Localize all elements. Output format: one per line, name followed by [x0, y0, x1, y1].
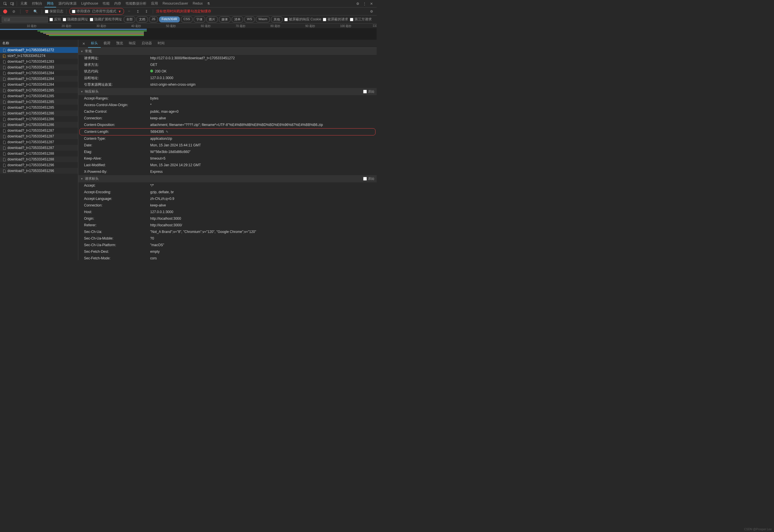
- request-row[interactable]: download?_t=1705333451286: [0, 116, 78, 122]
- file-icon: [2, 48, 6, 52]
- blocked-requests-checkbox[interactable]: 被屏蔽的请求: [323, 17, 348, 22]
- tab-应用[interactable]: 应用: [149, 0, 160, 7]
- tab-网络[interactable]: 网络: [45, 0, 56, 7]
- wifi-icon[interactable]: ⌔: [126, 9, 132, 14]
- type-pill-Fetch/XHR[interactable]: Fetch/XHR: [159, 16, 180, 22]
- filter-icon[interactable]: ▽: [24, 9, 30, 14]
- request-row[interactable]: download?_t=1705333451286: [0, 110, 78, 116]
- request-row[interactable]: download?_t=1705333451287: [0, 139, 78, 145]
- request-row[interactable]: download?_t=1705333451296: [0, 168, 78, 174]
- type-pill-文档[interactable]: 文档: [136, 16, 148, 22]
- tab-源代码/来源[interactable]: 源代码/来源: [56, 0, 79, 7]
- request-row[interactable]: download?_t=1705333451288: [0, 156, 78, 162]
- raw-checkbox[interactable]: 原始: [363, 177, 374, 181]
- request-row[interactable]: download?_t=1705333451284: [0, 82, 78, 87]
- type-pill-全部[interactable]: 全部: [124, 16, 135, 22]
- search-icon[interactable]: 🔍: [32, 9, 38, 14]
- type-pill-字体[interactable]: 字体: [194, 16, 205, 22]
- tab-元素[interactable]: 元素: [18, 0, 30, 7]
- header-key: 引荐来源网址政策:: [84, 82, 150, 87]
- request-name: download?_t=1705333451284: [7, 77, 54, 81]
- header-value: zh-CN,zh;q=0.9: [150, 196, 374, 202]
- timeline-overview[interactable]: 10 毫秒20 毫秒30 毫秒40 毫秒50 毫秒60 毫秒70 毫秒80 毫秒…: [0, 24, 376, 40]
- request-row[interactable]: download?_t=1705333451285: [0, 87, 78, 93]
- close-icon[interactable]: ✕: [368, 1, 374, 7]
- response-headers-section-header[interactable]: ▼响应标头原始: [78, 88, 376, 95]
- type-pill-媒体[interactable]: 媒体: [219, 16, 230, 22]
- tab-内存[interactable]: 内存: [112, 0, 123, 7]
- type-pill-Wasm[interactable]: Wasm: [256, 16, 270, 22]
- type-pill-图片[interactable]: 图片: [206, 16, 218, 22]
- type-pill-WS[interactable]: WS: [244, 16, 255, 22]
- request-row[interactable]: download?_t=1705333451287: [0, 133, 78, 139]
- third-party-checkbox[interactable]: 第三方请求: [350, 17, 372, 22]
- header-row: 引荐来源网址政策:strict-origin-when-cross-origin: [78, 81, 376, 88]
- header-key: 请求网址:: [84, 56, 150, 61]
- tab-ResourcesSaver[interactable]: ResourcesSaver: [160, 0, 190, 7]
- request-row[interactable]: download?_t=1705333451287: [0, 145, 78, 151]
- detail-tab-时间[interactable]: 时间: [155, 40, 167, 48]
- header-row: 状态代码:200 OK: [78, 68, 376, 75]
- tab-性能数据分析[interactable]: 性能数据分析: [123, 0, 149, 7]
- file-icon: [2, 117, 6, 121]
- request-headers-section-header[interactable]: ▼请求标头原始: [78, 175, 376, 182]
- network-settings-icon[interactable]: ⚙: [368, 9, 374, 14]
- invert-checkbox[interactable]: 反转: [49, 17, 61, 22]
- tab-性能[interactable]: 性能: [100, 0, 112, 7]
- request-row[interactable]: {}size?_t=1705333451274: [0, 53, 78, 59]
- tab-控制台[interactable]: 控制台: [30, 0, 45, 7]
- header-row: Sec-Ch-Ua:"Not_A Brand";v="8", "Chromium…: [78, 229, 376, 235]
- hide-ext-urls-checkbox[interactable]: 隐藏扩展程序网址: [90, 17, 122, 22]
- detail-tab-响应[interactable]: 响应: [126, 40, 139, 48]
- edit-icon[interactable]: ✎: [166, 130, 168, 133]
- name-column-header[interactable]: 名称: [0, 40, 78, 47]
- request-name: download?_t=1705333451285: [7, 88, 54, 92]
- disable-cache-checkbox[interactable]: 停用缓存: [72, 9, 90, 14]
- header-value: keep-alive: [150, 116, 374, 121]
- preserve-log-checkbox[interactable]: 保留日志: [45, 9, 63, 14]
- throttle-select[interactable]: 停用缓存 已停用节流模式 ▼: [69, 8, 124, 15]
- general-section-header[interactable]: ▼常规: [78, 48, 376, 55]
- download-icon[interactable]: ↧: [144, 9, 149, 14]
- request-row[interactable]: download?_t=1705333451284: [0, 70, 78, 76]
- more-icon[interactable]: ⋮: [362, 1, 367, 7]
- inspect-icon[interactable]: [2, 1, 8, 7]
- request-row[interactable]: download?_t=1705333451283: [0, 59, 78, 64]
- close-details-icon[interactable]: ✕: [80, 42, 87, 46]
- type-pill-JS[interactable]: JS: [149, 16, 158, 22]
- upload-icon[interactable]: ↥: [135, 9, 141, 14]
- request-row[interactable]: download?_t=1705333451288: [0, 151, 78, 156]
- tab-Lighthouse[interactable]: Lighthouse: [79, 0, 100, 7]
- header-value: application/zip: [150, 136, 374, 141]
- type-pill-清单[interactable]: 清单: [232, 16, 243, 22]
- timeline-tick: 110: [372, 24, 376, 27]
- request-row[interactable]: download?_t=1705333451286: [0, 122, 78, 128]
- tab-Redux[interactable]: Redux: [190, 0, 205, 7]
- detail-tab-标头[interactable]: 标头: [88, 40, 101, 48]
- clear-button[interactable]: ⊘: [11, 9, 17, 14]
- request-row[interactable]: download?_t=1705333451285: [0, 93, 78, 99]
- request-row[interactable]: download?_t=1705333451272: [0, 47, 78, 53]
- experiments-icon[interactable]: ⚗: [205, 1, 211, 7]
- request-row[interactable]: download?_t=1705333451296: [0, 162, 78, 168]
- detail-tab-预览[interactable]: 预览: [113, 40, 126, 48]
- type-pill-CSS[interactable]: CSS: [181, 16, 193, 22]
- detail-tab-载荷[interactable]: 载荷: [101, 40, 113, 48]
- device-icon[interactable]: [9, 1, 15, 7]
- record-button[interactable]: [2, 9, 8, 14]
- blocked-cookies-checkbox[interactable]: 被屏蔽的响应 Cookie: [284, 17, 321, 22]
- request-row[interactable]: download?_t=1705333451285: [0, 99, 78, 105]
- settings-gear-icon[interactable]: ⚙: [355, 1, 360, 7]
- request-row[interactable]: download?_t=1705333451284: [0, 76, 78, 82]
- svg-rect-1: [11, 2, 14, 4]
- filter-input[interactable]: [2, 17, 48, 22]
- detail-tab-启动器[interactable]: 启动器: [139, 40, 155, 48]
- request-row[interactable]: download?_t=1705333451287: [0, 128, 78, 133]
- blocked-cookies-label: 被屏蔽的响应 Cookie: [289, 17, 321, 22]
- raw-checkbox[interactable]: 原始: [363, 89, 374, 94]
- hide-data-urls-checkbox[interactable]: 隐藏数据网址: [63, 17, 88, 22]
- header-key: Last-Modified:: [84, 162, 150, 168]
- request-row[interactable]: download?_t=1705333451283: [0, 64, 78, 70]
- request-row[interactable]: download?_t=1705333451285: [0, 105, 78, 110]
- type-pill-其他[interactable]: 其他: [271, 16, 282, 22]
